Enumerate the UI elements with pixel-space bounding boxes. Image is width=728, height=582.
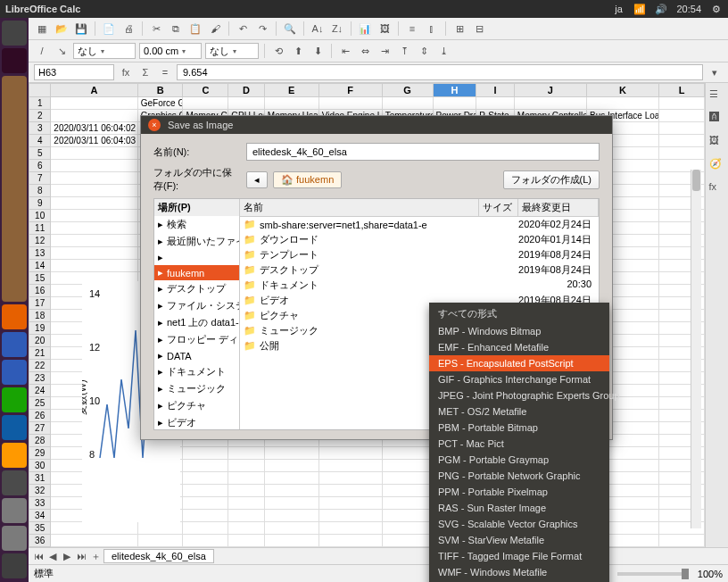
cell[interactable] (318, 472, 382, 485)
cell[interactable] (659, 147, 705, 160)
format-option[interactable]: PGM - Portable Graymap (429, 452, 609, 468)
row-header[interactable]: 30 (29, 460, 51, 472)
print-button[interactable]: 🖨 (120, 21, 136, 37)
cell-reference[interactable] (34, 64, 114, 80)
row-header[interactable]: 4 (29, 135, 51, 147)
cell[interactable] (137, 547, 183, 548)
file-row[interactable]: 📁smb-share:server=net1,share=data1-e 202… (240, 217, 599, 232)
row-header[interactable]: 21 (29, 347, 51, 360)
freeze-button[interactable]: ⊞ (451, 21, 467, 37)
cell[interactable] (228, 447, 265, 460)
filename-input[interactable] (246, 143, 600, 161)
col-header[interactable]: J (514, 84, 586, 97)
col-header[interactable]: F (318, 84, 382, 97)
sidebar-properties-icon[interactable]: ☰ (709, 88, 725, 104)
cell[interactable] (51, 535, 137, 547)
file-row[interactable]: 📁ダウンロード 2020年01月14日 (240, 232, 599, 247)
cell[interactable] (228, 547, 265, 548)
col-header[interactable]: G (382, 84, 433, 97)
cell[interactable] (587, 97, 659, 110)
cell[interactable] (659, 535, 705, 547)
cell[interactable] (183, 535, 228, 547)
cell[interactable] (51, 210, 137, 222)
cell[interactable] (51, 222, 137, 235)
formula-input[interactable] (177, 64, 703, 80)
row-header[interactable]: 24 (29, 385, 51, 397)
trash-icon[interactable] (2, 553, 27, 578)
chart-button[interactable]: 📊 (357, 21, 373, 37)
align-right-icon[interactable]: ⇥ (376, 43, 393, 59)
writer-icon[interactable] (2, 415, 27, 440)
format-option[interactable]: PCT - Mac Pict (429, 436, 609, 452)
keyboard-layout-icon[interactable]: ja (612, 3, 625, 15)
col-header[interactable]: B (137, 84, 183, 97)
places-item[interactable]: ▸ファイル・システム (154, 297, 239, 314)
volume-icon[interactable]: 🔊 (655, 3, 667, 15)
paste-button[interactable]: 📋 (187, 21, 203, 37)
row-header[interactable]: 32 (29, 485, 51, 497)
cell[interactable] (183, 97, 228, 110)
chromium-icon[interactable] (2, 332, 27, 357)
format-option[interactable]: GIF - Graphics Interchange Format (429, 371, 609, 387)
line-width-combo[interactable]: 0.00 cm (139, 43, 202, 59)
cell[interactable] (318, 97, 382, 110)
row-header[interactable]: 15 (29, 272, 51, 285)
align-center-icon[interactable]: ⇔ (357, 43, 373, 59)
col-button[interactable]: ⫿ (424, 21, 440, 37)
cell[interactable] (183, 460, 228, 472)
cell[interactable] (382, 535, 433, 547)
sidebar-functions-icon[interactable]: fx (709, 181, 725, 197)
line-style-combo[interactable]: なし (73, 43, 136, 59)
dash-icon[interactable] (2, 21, 27, 46)
cell[interactable] (228, 485, 265, 497)
row-header[interactable]: 26 (29, 410, 51, 422)
cell[interactable] (264, 547, 318, 548)
cell[interactable] (183, 497, 228, 510)
format-option[interactable]: EMF - Enhanced Metafile (429, 339, 609, 355)
places-item[interactable]: ▸DATA (154, 348, 239, 363)
cell[interactable] (318, 497, 382, 510)
cell[interactable] (228, 472, 265, 485)
cell[interactable] (264, 447, 318, 460)
cell[interactable] (382, 497, 433, 510)
breadcrumb[interactable]: 🏠 fuukemn (273, 171, 342, 188)
equals-button[interactable]: = (157, 64, 173, 80)
sidebar-gallery-icon[interactable]: 🖼 (709, 135, 725, 151)
places-item[interactable]: ▸fuukemn (154, 265, 239, 280)
thunderbird-icon[interactable] (2, 360, 27, 385)
cut-button[interactable]: ✂ (148, 21, 164, 37)
save-button[interactable]: 💾 (73, 21, 89, 37)
file-row[interactable]: 📁テンプレート 2019年08月24日 (240, 247, 599, 262)
expand-formula-icon[interactable]: ▾ (707, 64, 723, 80)
cell[interactable] (659, 547, 705, 548)
places-item[interactable]: ▸ミュージック (154, 380, 239, 397)
row-header[interactable]: 14 (29, 260, 51, 272)
cell[interactable] (318, 522, 382, 535)
col-header[interactable]: C (183, 84, 228, 97)
cell[interactable] (318, 510, 382, 522)
cell[interactable] (382, 510, 433, 522)
cell[interactable] (264, 522, 318, 535)
cell[interactable] (51, 160, 137, 172)
gear-icon[interactable]: ⚙ (710, 3, 723, 15)
undo-button[interactable]: ↶ (235, 21, 251, 37)
cell[interactable] (228, 510, 265, 522)
col-header[interactable]: E (264, 84, 318, 97)
cell[interactable] (659, 97, 705, 110)
places-item[interactable]: ▸net1 上の data1-e (154, 314, 239, 331)
sidebar-navigator-icon[interactable]: 🧭 (709, 158, 725, 174)
align-top-icon[interactable]: ⤒ (396, 43, 412, 59)
export-pdf-button[interactable]: 📄 (101, 21, 117, 37)
row-header[interactable]: 10 (29, 210, 51, 222)
row-header[interactable]: 3 (29, 122, 51, 135)
cell[interactable] (659, 135, 705, 147)
firefox-icon[interactable] (2, 304, 27, 329)
row-header[interactable]: 2 (29, 110, 51, 122)
cell[interactable] (659, 110, 705, 122)
cell[interactable] (514, 97, 586, 110)
cell[interactable] (228, 535, 265, 547)
cell[interactable] (51, 247, 137, 260)
row-header[interactable]: 1 (29, 97, 51, 110)
terminal-icon[interactable] (2, 48, 27, 73)
row-header[interactable]: 5 (29, 147, 51, 160)
